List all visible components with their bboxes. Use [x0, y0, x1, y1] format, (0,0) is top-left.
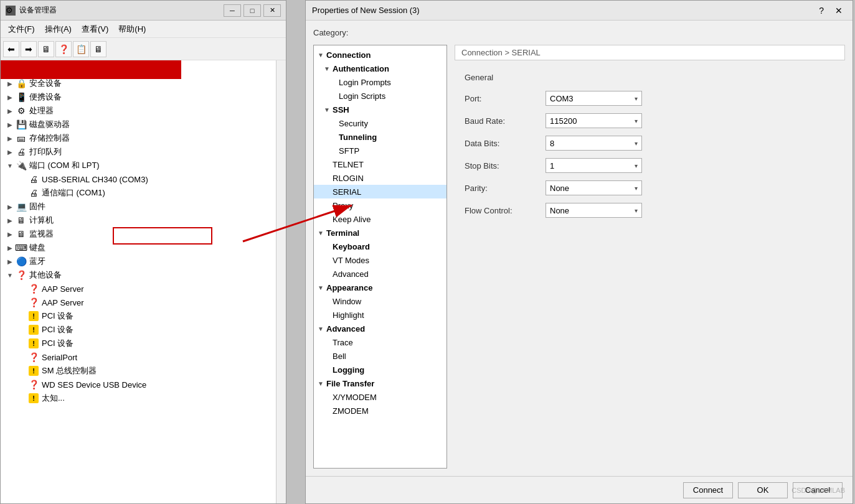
device-tree[interactable]: ▶💻IDE ATA/ATAPI 控制器▶🔒安全设备▶📱便携设备▶⚙处理器▶💾磁盘… — [1, 60, 286, 503]
form-row-stop-bits: Stop Bits:1▾ — [465, 158, 835, 173]
close-button[interactable]: ✕ — [263, 4, 281, 17]
category-tree-item[interactable]: ▼File Transfer — [314, 376, 446, 390]
category-tree-item[interactable]: ▼Appearance — [314, 281, 446, 294]
category-tree-item[interactable]: Highlight — [314, 308, 446, 322]
cat-item-label: Window — [333, 297, 361, 306]
menu-file[interactable]: 文件(F) — [3, 21, 40, 37]
device-icon: 🔌 — [16, 160, 27, 171]
tree-item[interactable]: ▶🖥计算机 — [1, 213, 286, 227]
toolbar-btn-6[interactable]: 🖥 — [90, 41, 106, 57]
tree-item[interactable]: ▼❓其他设备 — [1, 268, 286, 282]
tree-item[interactable]: !PCI 设备 — [1, 309, 286, 323]
tree-item[interactable]: 🖨USB-SERIAL CH340 (COM3) — [1, 172, 286, 186]
tree-item-label: 固件 — [29, 201, 45, 212]
select-value-stop-bits: 1 — [550, 161, 554, 170]
category-tree-item[interactable]: Tunneling — [314, 130, 446, 144]
expand-icon: ▶ — [6, 79, 14, 88]
select-flow-control[interactable]: None▾ — [546, 203, 642, 218]
tree-item[interactable]: ▶💾磁盘驱动器 — [1, 118, 286, 131]
control-wrap-stop-bits: 1▾ — [546, 158, 670, 173]
device-icon: ! — [28, 310, 39, 322]
category-tree-item[interactable]: Trace — [314, 335, 446, 349]
select-port[interactable]: COM3▾ — [546, 91, 642, 106]
expand-icon — [18, 394, 27, 403]
tree-item[interactable]: ❓WD SES Device USB Device — [1, 378, 286, 391]
tree-item[interactable]: ▼🔌端口 (COM 和 LPT) — [1, 159, 286, 172]
tree-item[interactable]: ▶📱便携设备 — [1, 90, 286, 104]
control-wrap-data-bits: 8▾ — [546, 136, 670, 151]
category-tree-item[interactable]: ZMODEM — [314, 404, 446, 418]
expand-icon — [18, 298, 27, 307]
tree-item[interactable]: ❓AAP Server — [1, 282, 286, 296]
toolbar-btn-4[interactable]: ❓ — [55, 41, 72, 57]
device-manager-title: 设备管理器 — [19, 5, 224, 16]
select-baud-rate[interactable]: 115200▾ — [546, 113, 642, 128]
tree-item[interactable]: ▶⌨键盘 — [1, 241, 286, 254]
tree-item-label: 其他设备 — [29, 269, 62, 281]
toolbar-btn-3[interactable]: 🖥 — [38, 41, 54, 57]
tree-item[interactable]: !太知... — [1, 391, 286, 405]
select-data-bits[interactable]: 8▾ — [546, 136, 642, 151]
tree-item[interactable]: ▶🖥监视器 — [1, 227, 286, 241]
category-tree-item[interactable]: Keep Alive — [314, 212, 446, 226]
category-tree-item[interactable]: SERIAL — [314, 185, 446, 198]
category-tree-item[interactable]: Security — [314, 116, 446, 130]
category-tree-item[interactable]: RLOGIN — [314, 171, 446, 185]
chevron-down-icon: ▾ — [635, 207, 638, 214]
category-tree-item[interactable]: ▼Authentication — [314, 62, 446, 75]
connect-button[interactable]: Connect — [683, 482, 733, 498]
watermark: CSDN@LAMLAB — [791, 487, 845, 494]
category-tree-item[interactable]: Login Scripts — [314, 89, 446, 103]
tree-item[interactable]: ▶🔵蓝牙 — [1, 254, 286, 268]
device-icon: 🖨 — [28, 187, 39, 198]
category-tree-item[interactable]: TELNET — [314, 157, 446, 171]
category-tree-item[interactable]: ▼SSH — [314, 103, 446, 116]
device-icon: 🖨 — [16, 146, 27, 157]
category-tree[interactable]: ▼Connection▼AuthenticationLogin PromptsL… — [313, 45, 447, 469]
menu-bar: 文件(F) 操作(A) 查看(V) 帮助(H) — [1, 21, 286, 38]
tree-item[interactable]: 🖨通信端口 (COM1) — [1, 186, 286, 200]
category-tree-item[interactable]: Bell — [314, 349, 446, 363]
category-tree-item[interactable]: ▼Advanced — [314, 322, 446, 335]
tree-item[interactable]: ▶🖴存储控制器 — [1, 131, 286, 145]
select-parity[interactable]: None▾ — [546, 180, 642, 195]
device-icon: ! — [28, 338, 39, 349]
toolbar-btn-1[interactable]: ⬅ — [3, 41, 19, 57]
minimize-button[interactable]: ─ — [224, 4, 241, 17]
toolbar-btn-2[interactable]: ➡ — [21, 41, 37, 57]
menu-view[interactable]: 查看(V) — [77, 21, 113, 37]
scrollbar[interactable] — [276, 60, 286, 503]
tree-item[interactable]: ▶💻固件 — [1, 200, 286, 213]
category-tree-item[interactable]: SFTP — [314, 144, 446, 157]
tree-item[interactable]: ❓AAP Server — [1, 296, 286, 309]
tree-item[interactable]: ▶⚙处理器 — [1, 104, 286, 118]
dialog-help-icon[interactable]: ? — [815, 4, 828, 17]
category-tree-item[interactable]: Logging — [314, 363, 446, 376]
category-tree-item[interactable]: ▼Connection — [314, 48, 446, 62]
category-tree-item[interactable]: Window — [314, 294, 446, 308]
device-icon: ❓ — [28, 379, 39, 390]
category-tree-item[interactable]: VT Modes — [314, 253, 446, 267]
menu-help[interactable]: 帮助(H) — [113, 21, 151, 37]
select-stop-bits[interactable]: 1▾ — [546, 158, 642, 173]
dialog-title: Properties of New Session (3) — [312, 6, 815, 15]
tree-item[interactable]: !PCI 设备 — [1, 337, 286, 350]
category-tree-item[interactable]: X/YMODEM — [314, 390, 446, 404]
category-tree-item[interactable]: Keyboard — [314, 240, 446, 253]
category-tree-item[interactable]: Proxy — [314, 198, 446, 212]
tree-item[interactable]: !PCI 设备 — [1, 323, 286, 337]
ok-button[interactable]: OK — [738, 482, 788, 498]
tree-item[interactable]: ▶🖨打印队列 — [1, 145, 286, 159]
category-tree-item[interactable]: Advanced — [314, 267, 446, 281]
tree-item[interactable]: ❓SerialPort — [1, 350, 286, 364]
expand-icon: ▶ — [6, 216, 14, 225]
cat-item-label: Login Scripts — [339, 91, 385, 101]
expand-icon — [18, 380, 27, 389]
category-tree-item[interactable]: Login Prompts — [314, 75, 446, 89]
menu-action[interactable]: 操作(A) — [40, 21, 77, 37]
category-tree-item[interactable]: ▼Terminal — [314, 226, 446, 240]
maximize-button[interactable]: □ — [243, 4, 261, 17]
tree-item[interactable]: !SM 总线控制器 — [1, 364, 286, 378]
dialog-close-icon[interactable]: ✕ — [831, 4, 846, 17]
toolbar-btn-5[interactable]: 📋 — [73, 41, 89, 57]
